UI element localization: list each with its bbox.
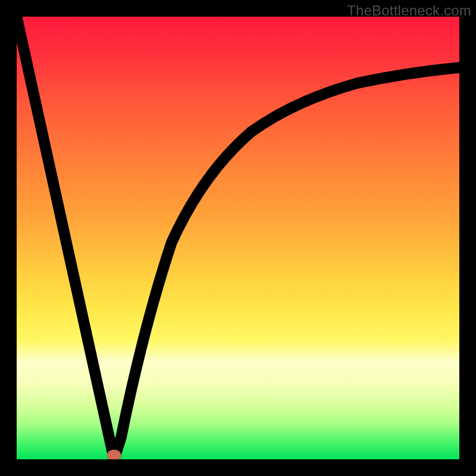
chart-frame: TheBottleneck.com <box>0 0 476 476</box>
bottleneck-curve <box>17 17 459 459</box>
chart-line-svg <box>17 17 459 459</box>
watermark-text: TheBottleneck.com <box>347 2 471 19</box>
plot-area <box>17 17 459 459</box>
marker-dot <box>109 452 118 459</box>
